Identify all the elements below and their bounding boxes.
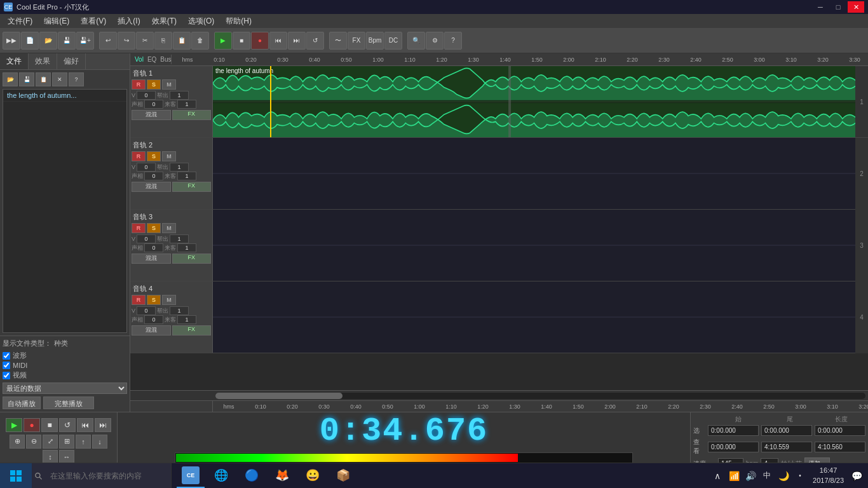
toolbar-btn-paste[interactable]: 📋 bbox=[173, 32, 191, 50]
track-3-s-btn[interactable]: S bbox=[147, 223, 161, 233]
tray-action-center[interactable]: 💬 bbox=[850, 470, 863, 482]
play-button[interactable]: ▶ bbox=[6, 418, 22, 432]
forward-button[interactable]: ⏭ bbox=[95, 418, 111, 432]
track-3-m-btn[interactable]: M bbox=[162, 223, 176, 233]
taskbar-app-browser[interactable]: 🦊 bbox=[268, 464, 296, 488]
toolbar-btn-new[interactable]: 📄 bbox=[21, 32, 39, 50]
track-4-mix-btn[interactable]: 混混 bbox=[132, 325, 171, 336]
minimize-button[interactable]: ─ bbox=[812, 1, 829, 13]
taskbar-search[interactable] bbox=[32, 463, 172, 489]
track-1-r-btn[interactable]: R bbox=[132, 79, 146, 90]
track-4-fx-btn[interactable]: FX bbox=[172, 325, 212, 336]
menu-view[interactable]: 查看(V) bbox=[76, 15, 111, 28]
track-1-s-btn[interactable]: S bbox=[147, 79, 161, 90]
vol-tab[interactable]: Vol bbox=[133, 55, 146, 64]
pan-val-4[interactable]: 1 bbox=[170, 306, 189, 315]
maximize-button[interactable]: □ bbox=[830, 1, 846, 13]
taskbar-app-ie[interactable]: 🔵 bbox=[238, 464, 266, 488]
timing-view-length[interactable] bbox=[815, 442, 865, 452]
tray-chevron[interactable]: ∧ bbox=[711, 470, 724, 482]
toolbar-btn-waveform[interactable]: 〜 bbox=[329, 32, 347, 50]
toolbar-btn-save[interactable]: 💾 bbox=[58, 32, 76, 50]
toolbar-btn-play[interactable]: ▶ bbox=[214, 32, 232, 50]
pan-val-2[interactable]: 1 bbox=[170, 163, 189, 172]
toolbar-btn-transport[interactable]: ▶▶ bbox=[3, 32, 20, 50]
track-4-s-btn[interactable]: S bbox=[147, 295, 161, 305]
menu-file[interactable]: 文件(F) bbox=[3, 15, 37, 28]
src-val-2[interactable]: 1 bbox=[177, 172, 196, 180]
file-item-1[interactable]: the length of autumn... bbox=[3, 90, 126, 102]
toolbar-btn-open[interactable]: 📂 bbox=[39, 32, 57, 50]
file-btn-close[interactable]: ✕ bbox=[52, 72, 67, 86]
toolbar-btn-save2[interactable]: 💾+ bbox=[76, 32, 94, 50]
src-val-4[interactable]: 1 bbox=[177, 315, 196, 324]
zoom-in-v-btn[interactable]: ↑ bbox=[76, 435, 91, 449]
toolbar-btn-forward[interactable]: ⏭ bbox=[288, 32, 306, 50]
voice-val-1[interactable]: 0 bbox=[144, 100, 163, 109]
taskbar-app-cooledit[interactable]: CE bbox=[177, 464, 205, 488]
h-scroll-thumb[interactable] bbox=[215, 393, 342, 399]
timing-view-start[interactable] bbox=[708, 442, 759, 452]
timing-select-end[interactable] bbox=[761, 425, 812, 436]
toolbar-btn-settings[interactable]: ⚙ bbox=[426, 32, 444, 50]
src-val-3[interactable]: 1 bbox=[177, 243, 196, 252]
track-1-m-btn[interactable]: M bbox=[162, 79, 176, 90]
checkbox-midi[interactable] bbox=[3, 362, 10, 369]
track-4-waveform[interactable] bbox=[213, 281, 855, 353]
tray-volume[interactable]: 🔊 bbox=[744, 470, 757, 482]
toolbar-btn-help[interactable]: ? bbox=[444, 32, 462, 50]
checkbox-waveform[interactable] bbox=[3, 352, 10, 360]
voice-val-2[interactable]: 0 bbox=[144, 172, 163, 180]
zoom-all-btn[interactable]: ↔ bbox=[59, 450, 74, 464]
taskbar-app-extra[interactable]: 📦 bbox=[329, 464, 357, 488]
vol-val-2[interactable]: 0 bbox=[137, 163, 156, 172]
complete-play-btn[interactable]: 完整播放 bbox=[43, 396, 94, 409]
toolbar-btn-zoom[interactable]: 🔍 bbox=[407, 32, 425, 50]
track-3-waveform[interactable] bbox=[213, 210, 855, 281]
toolbar-btn-rec[interactable]: ● bbox=[251, 32, 269, 50]
toolbar-btn-undo[interactable]: ↩ bbox=[99, 32, 117, 50]
track-3-r-btn[interactable]: R bbox=[132, 223, 146, 233]
toolbar-btn-dc[interactable]: DC bbox=[384, 32, 402, 50]
src-val-1[interactable]: 1 bbox=[177, 100, 196, 109]
track-2-r-btn[interactable]: R bbox=[132, 151, 146, 161]
search-input[interactable] bbox=[45, 471, 171, 480]
file-btn-open[interactable]: 📂 bbox=[3, 72, 18, 86]
pan-val-1[interactable]: 1 bbox=[170, 91, 189, 100]
vol-val-3[interactable]: 0 bbox=[137, 234, 156, 243]
voice-val-4[interactable]: 0 bbox=[144, 315, 163, 324]
voice-val-3[interactable]: 0 bbox=[144, 243, 163, 252]
toolbar-btn-fx[interactable]: FX bbox=[348, 32, 365, 50]
zoom-out-h-btn[interactable]: ⊖ bbox=[26, 435, 41, 449]
timing-select-length[interactable] bbox=[815, 425, 865, 436]
track-1-fx-btn[interactable]: FX bbox=[172, 110, 212, 120]
record-button[interactable]: ● bbox=[24, 418, 40, 432]
tray-network[interactable]: 📶 bbox=[728, 470, 740, 482]
track-2-m-btn[interactable]: M bbox=[162, 151, 176, 161]
menu-insert[interactable]: 插入(I) bbox=[112, 15, 145, 28]
track-2-mix-btn[interactable]: 混混 bbox=[132, 182, 171, 192]
file-btn-save[interactable]: 💾 bbox=[19, 72, 34, 86]
toolbar-btn-bpm[interactable]: Bpm bbox=[366, 32, 384, 50]
pan-val-3[interactable]: 1 bbox=[170, 234, 189, 243]
auto-play-btn[interactable]: 自动播放 bbox=[3, 396, 41, 409]
zoom-out-v-btn[interactable]: ↓ bbox=[92, 435, 107, 449]
zoom-full-v-btn[interactable]: ↕ bbox=[43, 450, 58, 464]
close-button[interactable]: ✕ bbox=[848, 1, 864, 13]
zoom-in-h-btn[interactable]: ⊕ bbox=[10, 435, 25, 449]
rewind-button[interactable]: ⏮ bbox=[77, 418, 93, 432]
tray-moon[interactable]: 🌙 bbox=[777, 470, 790, 482]
vol-val-4[interactable]: 0 bbox=[137, 306, 156, 315]
toolbar-btn-cut[interactable]: ✂ bbox=[136, 32, 154, 50]
file-btn-help[interactable]: ? bbox=[69, 72, 84, 86]
stop-button[interactable]: ■ bbox=[41, 418, 58, 432]
zoom-sel-btn[interactable]: ⊞ bbox=[59, 435, 74, 449]
taskbar-app-other[interactable]: 😀 bbox=[299, 464, 327, 488]
taskbar-app-edge[interactable]: 🌐 bbox=[207, 464, 235, 488]
toolbar-btn-copy[interactable]: ⎘ bbox=[154, 32, 172, 50]
left-tab-effects[interactable]: 效果 bbox=[29, 53, 57, 69]
toolbar-btn-stop[interactable]: ■ bbox=[233, 32, 250, 50]
toolbar-btn-rewind[interactable]: ⏮ bbox=[269, 32, 287, 50]
track-4-m-btn[interactable]: M bbox=[162, 295, 176, 305]
start-button[interactable] bbox=[0, 463, 32, 489]
